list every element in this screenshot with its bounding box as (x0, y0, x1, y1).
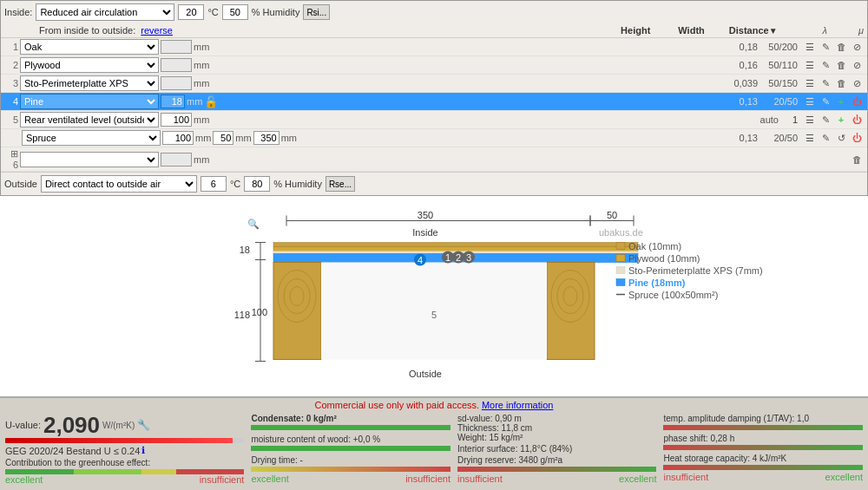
inside-condition-select[interactable]: Reduced air circulation (36, 3, 174, 21)
legend-plywood-label: Plywood (10mm) (628, 253, 700, 264)
layer-6-material-select[interactable] (20, 152, 159, 167)
more-info-link[interactable]: More information (482, 400, 554, 410)
width-col-header: Width (678, 25, 704, 36)
tool-icon: 🔧 (137, 419, 150, 431)
layer-num-4: 4 (4, 96, 18, 107)
layer-1-height-input[interactable] (161, 40, 192, 54)
phase-shift-bar (663, 445, 863, 450)
layer-3-material-select[interactable]: Sto-Perimeterplatte XPS (20, 75, 159, 91)
thickness-label: Thickness: 11,8 cm (457, 423, 657, 433)
layer-row-5-main: 5 Rear ventilated level (outside air) mm… (1, 111, 867, 129)
main-container: Inside: Reduced air circulation 20 °C 50… (0, 0, 868, 490)
layer-4-add-icon[interactable]: + (834, 95, 848, 108)
layer-2-block-icon[interactable]: ⊘ (850, 58, 864, 72)
zoom-icon[interactable]: 🔍 (247, 218, 260, 230)
layer-5-height-input[interactable] (161, 113, 192, 127)
spruce-undo-icon[interactable]: ↺ (834, 131, 848, 145)
layer-5-material-select[interactable]: Rear ventilated level (outside air) (20, 112, 159, 127)
spruce-menu-icon[interactable]: ☰ (803, 131, 817, 145)
outside-humidity-unit: % Humidity (273, 179, 322, 189)
layer-row-2: 2 Plywood mm 0,16 50/110 ☰ ✎ 🗑 ⊘ (1, 56, 867, 75)
reserve-quality-labels: insufficient excellent (457, 474, 657, 484)
reverse-link[interactable]: reverse (141, 25, 173, 36)
layer-1-mu: 50/200 (763, 42, 798, 52)
u-value-number: 2,090 (43, 414, 100, 436)
temp-col: temp. amplitude damping (1/TAV): 1,0 pha… (661, 412, 865, 490)
mu-col-header: μ (858, 25, 864, 36)
layer-5-val: 1 (784, 114, 798, 125)
layer-5-power-icon[interactable]: ⏻ (850, 113, 864, 127)
layer-row-4[interactable]: 4 Pine mm 🔓 0,13 20/50 ☰ ✎ + ⏻ (1, 93, 867, 111)
layer-3-block-icon[interactable]: ⊘ (850, 76, 864, 90)
condensate-bar (251, 425, 450, 430)
inside-row: Inside: Reduced air circulation 20 °C 50… (1, 1, 867, 23)
legend-spruce-label: Spruce (100x50mm²) (628, 290, 718, 300)
layer-5-add-icon[interactable]: + (834, 113, 848, 127)
layer-1-edit-icon[interactable]: ✎ (819, 40, 832, 54)
spruce-power-icon[interactable]: ⏻ (850, 131, 864, 145)
layer-3-edit-icon[interactable]: ✎ (819, 76, 832, 90)
layer-6-height-input[interactable] (161, 153, 192, 167)
layer-4-power-icon[interactable]: ⏻ (850, 95, 864, 108)
quality-excellent-label: excellent (5, 474, 43, 485)
layer-3-delete-icon[interactable]: 🗑 (834, 76, 848, 90)
layer-2-material-select[interactable]: Plywood (20, 57, 159, 73)
u-value-label: U-value: (5, 420, 41, 430)
layer-5-auto-label: auto (760, 114, 779, 125)
geg-info-icon[interactable]: ℹ (141, 445, 145, 456)
inside-temp-unit: °C (207, 7, 218, 17)
layer-2-height-input[interactable] (161, 58, 192, 72)
oak-layer (273, 243, 638, 247)
layer-4-edit-icon[interactable]: ✎ (819, 95, 832, 108)
spruce-select[interactable]: Spruce (22, 130, 161, 146)
layer-3-menu-icon[interactable]: ☰ (803, 76, 817, 90)
layer-6-delete-icon[interactable]: 🗑 (850, 153, 864, 167)
plywood-layer (273, 247, 638, 252)
rsi-button[interactable]: Rsi... (303, 4, 330, 20)
dim-18: 18 (240, 245, 250, 255)
rse-button[interactable]: Rse... (326, 176, 355, 192)
outside-condition-select[interactable]: Direct contact to outside air (41, 175, 197, 193)
layer-1-menu-icon[interactable]: ☰ (803, 40, 817, 54)
drying-quality-labels: excellent insufficient (251, 474, 450, 484)
layer-1-delete-icon[interactable]: 🗑 (834, 40, 848, 54)
layer-num-1: 1 (4, 42, 18, 52)
stats-grid: U-value: 2,090 W/(m²K) 🔧 GEG 2020/24 Bes… (0, 412, 868, 490)
outside-humidity-input[interactable]: 80 (244, 176, 270, 192)
spruce-h3-input[interactable] (253, 131, 279, 145)
spruce-edit-icon[interactable]: ✎ (819, 131, 832, 145)
quality-labels: excellent insufficient (5, 474, 244, 485)
drying-time-label: Drying time: - (251, 455, 450, 465)
u-value-progress-bar (5, 438, 244, 443)
interior-surface-label: Interior surface: 11,8°C (84%) (457, 444, 657, 454)
layer-1-block-icon[interactable]: ⊘ (850, 40, 864, 54)
layer-2-menu-icon[interactable]: ☰ (803, 58, 817, 72)
layer-3-height-input[interactable] (161, 76, 192, 90)
layer-2-edit-icon[interactable]: ✎ (819, 58, 832, 72)
layer-5-actions: ☰ ✎ + ⏻ (803, 113, 864, 127)
layer-4-menu-icon[interactable]: ☰ (803, 95, 817, 108)
spruce-lambda: 0,13 (725, 133, 758, 143)
legend-pine-swatch (616, 279, 625, 286)
layer-2-delete-icon[interactable]: 🗑 (834, 58, 848, 72)
layer-4-lock-icon[interactable]: 🔓 (204, 95, 218, 108)
outside-temp-input[interactable]: 6 (201, 176, 227, 192)
dim-350: 350 (418, 210, 433, 220)
layer-5-edit-icon[interactable]: ✎ (819, 113, 832, 127)
outside-diagram-label: Outside (409, 369, 442, 379)
layer-4-material-select[interactable]: Pine (20, 94, 159, 109)
layer-5-menu-icon[interactable]: ☰ (803, 113, 817, 127)
layer-4-height-input[interactable] (161, 95, 185, 108)
layer-5-sub-row: Spruce mm mm mm 0,13 20/50 ☰ ✎ ↺ ⏻ (1, 129, 867, 147)
spruce-h2-input[interactable] (213, 131, 233, 145)
inside-humidity-input[interactable]: 50 (222, 4, 248, 20)
geg-row: GEG 2020/24 Bestand U ≤ 0.24 ℹ (5, 445, 244, 456)
spruce-h1-input[interactable] (162, 131, 194, 145)
inside-temp-input[interactable]: 20 (178, 4, 204, 20)
distance-col-header: Distance (729, 25, 769, 36)
outside-temp-unit: °C (230, 179, 240, 189)
heat-insufficient-label: insufficient (663, 472, 708, 482)
legend-oak-label: Oak (10mm) (628, 241, 681, 252)
layer-1-material-select[interactable]: Oak (20, 39, 159, 55)
layer-4-actions: ☰ ✎ + ⏻ (803, 95, 864, 108)
